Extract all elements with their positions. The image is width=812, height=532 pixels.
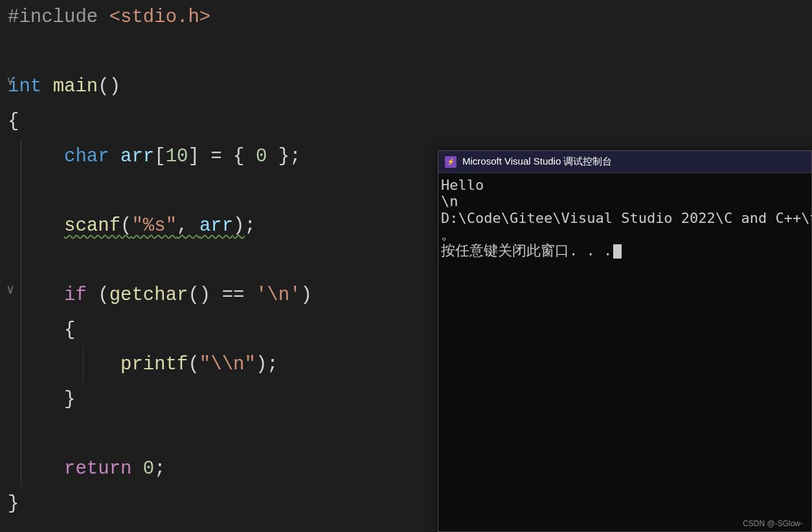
collapse-icon[interactable]: ∨ (6, 69, 14, 93)
str-pct-s: "%s" (131, 215, 177, 237)
include-header: <stdio.h> (109, 6, 211, 28)
console-line: 。 (441, 226, 455, 242)
code-line: #include <stdio.h> (8, 0, 812, 35)
preproc-directive: #include (8, 6, 98, 28)
brace-open: { (8, 111, 19, 132)
vs-icon: ⚡ (445, 156, 457, 168)
watermark-text: CSDN @-SGlow- (743, 519, 803, 528)
kw-if: if (64, 284, 87, 306)
cursor-icon (613, 244, 622, 259)
code-line: { (8, 104, 812, 139)
str-bslash-n: "\\n" (199, 354, 256, 375)
console-line: \n (441, 193, 458, 209)
char-newline: '\n' (256, 284, 301, 306)
console-title-bar[interactable]: ⚡ Microsoft Visual Studio 调试控制台 (438, 151, 811, 173)
kw-return: return (64, 458, 131, 480)
code-line-blank (8, 35, 812, 70)
fn-getchar: getchar (109, 284, 188, 306)
console-line: Hello (441, 177, 484, 193)
parens: () (98, 76, 120, 97)
var-arr: arr (120, 146, 154, 167)
arr-size: 10 (166, 146, 188, 167)
console-title: Microsoft Visual Studio 调试控制台 (462, 156, 612, 168)
fn-main: main (53, 76, 98, 97)
console-line: D:\Code\Gitee\Visual Studio 2022\C and C… (441, 210, 812, 226)
kw-char: char (64, 146, 109, 167)
fn-printf: printf (120, 354, 188, 375)
console-output[interactable]: Hello \n D:\Code\Gitee\Visual Studio 202… (438, 173, 811, 262)
fn-scanf: scanf (64, 215, 120, 237)
collapse-icon[interactable]: ∨ (6, 278, 14, 302)
console-line: 按任意键关闭此窗口. . . (441, 242, 612, 259)
code-line: ∨int main() (8, 69, 812, 104)
debug-console-window[interactable]: ⚡ Microsoft Visual Studio 调试控制台 Hello \n… (438, 150, 812, 532)
brace-close: } (8, 493, 19, 515)
